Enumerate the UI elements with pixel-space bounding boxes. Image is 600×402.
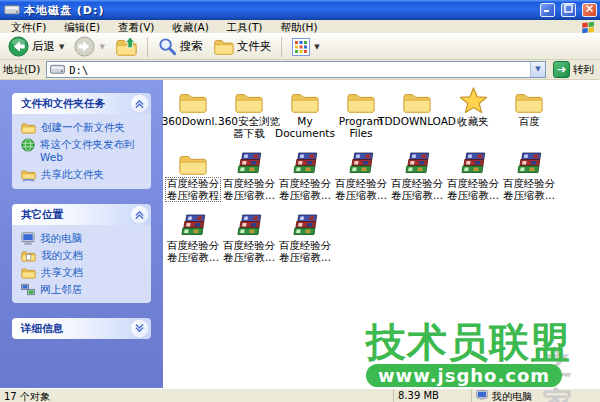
views-icon <box>292 38 310 56</box>
task-link[interactable]: 我的电脑 <box>21 232 147 245</box>
file-item[interactable]: 百度 <box>501 84 557 146</box>
forward-dropdown-icon[interactable]: ▼ <box>99 43 104 51</box>
chevron-up-icon[interactable] <box>131 206 148 223</box>
my-computer-icon <box>476 390 488 401</box>
task-pane: 文件和文件夹任务创建一个新文件夹将这个文件夹发布到 Web共享此文件夹其它位置我… <box>0 80 163 388</box>
rar-icon <box>348 151 375 176</box>
address-label: 地址(D) <box>3 63 42 77</box>
rar-icon <box>292 213 319 238</box>
folder-icon <box>178 151 208 176</box>
file-item[interactable]: 百度经验分卷压缩教... <box>389 146 445 208</box>
file-item[interactable]: 百度经验分卷压缩教... <box>277 208 333 270</box>
task-label: 网上邻居 <box>40 283 82 296</box>
task-link[interactable]: 共享文档 <box>21 266 147 279</box>
menu-item[interactable]: 文件(F) <box>2 20 55 34</box>
file-item[interactable]: 百度经验分卷压缩教... <box>221 146 277 208</box>
forward-button[interactable]: ▼ <box>70 35 108 58</box>
my-documents-icon <box>21 249 36 262</box>
file-label: 百度经验分卷压缩教程 <box>166 178 221 201</box>
file-item[interactable]: 百度经验分卷压缩教... <box>445 146 501 208</box>
address-dropdown-icon[interactable]: ▼ <box>530 62 545 77</box>
menu-bar: 文件(F)编辑(E)查看(V)收藏(A)工具(T)帮助(H) <box>0 20 600 34</box>
file-item[interactable]: MyDocuments <box>277 84 333 146</box>
content-area: 文件和文件夹任务创建一个新文件夹将这个文件夹发布到 Web共享此文件夹其它位置我… <box>0 80 600 388</box>
up-button[interactable] <box>111 35 141 58</box>
file-item[interactable]: 360Downl... <box>165 84 221 146</box>
search-label: 搜索 <box>180 39 203 54</box>
file-item[interactable]: 360安全浏览器下载 <box>221 84 277 146</box>
status-location: 我的电脑 <box>472 389 600 402</box>
status-object-count: 17 个对象 <box>0 389 394 402</box>
rar-icon <box>292 151 319 176</box>
file-item[interactable]: TDDOWNLOAD <box>389 84 445 146</box>
folder-up-icon <box>115 36 137 57</box>
back-dropdown-icon[interactable]: ▼ <box>59 43 64 51</box>
disk-drive-icon <box>50 64 65 75</box>
task-label: 我的电脑 <box>40 232 82 245</box>
panel-title: 详细信息 <box>21 322 63 336</box>
sidebar-panel: 其它位置我的电脑我的文档共享文档网上邻居 <box>12 204 151 303</box>
file-label: 百度经验分卷压缩教... <box>278 240 333 263</box>
file-label: 百度经验分卷压缩教... <box>278 178 333 201</box>
file-item[interactable]: 百度经验分卷压缩教... <box>165 208 221 270</box>
search-icon <box>158 37 177 56</box>
minimize-button[interactable] <box>540 3 555 17</box>
task-link[interactable]: 网上邻居 <box>21 283 147 296</box>
menu-item[interactable]: 工具(T) <box>218 20 272 34</box>
chevron-down-icon[interactable] <box>131 320 148 337</box>
task-link[interactable]: 创建一个新文件夹 <box>21 121 147 134</box>
task-label: 共享此文件夹 <box>41 168 104 181</box>
address-input[interactable]: D:\ ▼ <box>46 61 546 78</box>
menu-item[interactable]: 查看(V) <box>109 20 163 34</box>
menu-item[interactable]: 收藏(A) <box>163 20 217 34</box>
menu-item[interactable]: 编辑(E) <box>55 20 109 34</box>
close-button[interactable] <box>582 3 597 17</box>
back-arrow-icon <box>8 36 29 57</box>
file-item[interactable]: 百度经验分卷压缩教... <box>277 146 333 208</box>
file-label: 百度经验分卷压缩教... <box>222 240 277 263</box>
file-label: 360Downl... <box>161 116 226 128</box>
disk-drive-icon <box>4 4 20 16</box>
chevron-up-icon[interactable] <box>131 95 148 112</box>
file-label: 百度 <box>518 116 541 128</box>
task-label: 我的文档 <box>41 249 83 262</box>
file-item[interactable]: 百度经验分卷压缩教... <box>501 146 557 208</box>
task-link[interactable]: 将这个文件夹发布到 Web <box>21 138 147 164</box>
folder-icon <box>234 89 264 114</box>
new-folder-icon <box>21 121 36 134</box>
file-item[interactable]: 百度经验分卷压缩教... <box>333 146 389 208</box>
views-dropdown-icon[interactable]: ▼ <box>314 43 319 51</box>
file-item[interactable]: 收藏夹 <box>445 84 501 146</box>
panel-title: 文件和文件夹任务 <box>21 97 105 111</box>
back-button[interactable]: 后退 ▼ <box>4 35 68 58</box>
maximize-button[interactable] <box>561 3 576 17</box>
views-button[interactable]: ▼ <box>288 37 323 57</box>
folder-icon <box>402 89 432 114</box>
task-link[interactable]: 我的文档 <box>21 249 147 262</box>
rar-icon <box>460 151 487 176</box>
panel-title: 其它位置 <box>21 208 63 222</box>
file-item[interactable]: 百度经验分卷压缩教程 <box>165 146 221 208</box>
file-grid: 360Downl...360安全浏览器下载MyDocumentsProgramF… <box>165 84 600 270</box>
sidebar-panel: 详细信息 <box>12 318 151 339</box>
folders-button[interactable]: 文件夹 <box>209 36 276 57</box>
task-label: 共享文档 <box>41 266 83 279</box>
panel-header[interactable]: 文件和文件夹任务 <box>12 93 151 114</box>
panel-header[interactable]: 详细信息 <box>12 318 151 339</box>
share-folder-icon <box>21 168 36 182</box>
go-button[interactable]: ➜ 转到 <box>550 61 597 78</box>
file-item[interactable]: 百度经验分卷压缩教... <box>221 208 277 270</box>
folder-icon <box>346 89 376 114</box>
panel-header[interactable]: 其它位置 <box>12 204 151 225</box>
task-label: 将这个文件夹发布到 Web <box>40 138 147 164</box>
file-label: 百度经验分卷压缩教... <box>166 240 221 263</box>
rar-icon <box>180 213 207 238</box>
search-button[interactable]: 搜索 <box>154 36 207 57</box>
task-label: 创建一个新文件夹 <box>41 121 125 134</box>
file-label: 百度经验分卷压缩教... <box>334 178 389 201</box>
task-link[interactable]: 共享此文件夹 <box>21 168 147 182</box>
window-title: 本地磁盘 (D:) <box>24 3 534 18</box>
panel-body: 我的电脑我的文档共享文档网上邻居 <box>12 225 151 303</box>
menu-item[interactable]: 帮助(H) <box>271 20 326 34</box>
status-location-label: 我的电脑 <box>492 390 532 402</box>
